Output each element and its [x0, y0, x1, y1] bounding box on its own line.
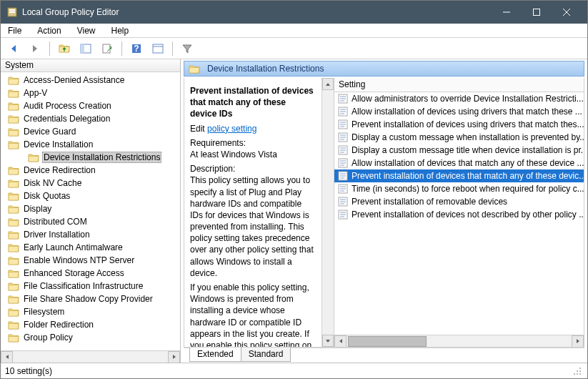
tree-item[interactable]: Audit Process Creation: [1, 99, 180, 112]
tree-item-label: Credentials Delegation: [22, 114, 111, 124]
tree-item-label: Device Guard: [22, 127, 77, 137]
setting-icon: [337, 119, 349, 130]
status-bar: 10 setting(s): [1, 363, 587, 378]
tree-header: System: [1, 59, 180, 72]
tree-item[interactable]: App-V: [1, 87, 180, 99]
setting-icon: [337, 170, 349, 182]
forward-button[interactable]: [26, 40, 44, 57]
scroll-left-icon[interactable]: [334, 335, 347, 348]
tree-item[interactable]: Enable Windows NTP Server: [1, 254, 180, 267]
tree-item[interactable]: Disk Quotas: [1, 190, 180, 202]
scrollbar-thumb[interactable]: [348, 336, 427, 347]
detail-pane: Device Installation Restrictions Prevent…: [181, 59, 587, 363]
tab-extended[interactable]: Extended: [189, 348, 241, 362]
folder-icon: [8, 75, 19, 85]
menu-help[interactable]: Help: [109, 25, 132, 36]
settings-list-body[interactable]: Allow administrators to override Device …: [334, 92, 584, 335]
setting-item[interactable]: Prevent installation of devices not desc…: [334, 208, 584, 221]
tree-item[interactable]: Device Installation: [1, 138, 180, 151]
setting-item[interactable]: Allow installation of devices using driv…: [334, 105, 584, 118]
scroll-left-icon[interactable]: [1, 351, 13, 363]
tree-item[interactable]: Enhanced Storage Access: [1, 267, 180, 280]
tree-item[interactable]: Device Installation Restrictions: [1, 151, 180, 164]
setting-item[interactable]: Display a custom message title when devi…: [334, 144, 584, 157]
tree-item[interactable]: Folder Redirection: [1, 318, 180, 331]
export-button[interactable]: [99, 40, 116, 57]
tree-item[interactable]: Device Redirection: [1, 164, 180, 177]
setting-label: Display a custom message title when devi…: [352, 145, 584, 155]
tree-item[interactable]: Credentials Delegation: [1, 112, 180, 125]
minimize-button[interactable]: [492, 1, 522, 24]
tree-item[interactable]: Distributed COM: [1, 215, 180, 228]
svg-rect-16: [153, 44, 163, 53]
back-button[interactable]: [5, 40, 22, 57]
tree-item-label: Enable Windows NTP Server: [22, 255, 136, 265]
tree-item[interactable]: Driver Installation: [1, 228, 180, 241]
folder-icon: [8, 101, 19, 111]
show-hide-tree-button[interactable]: [77, 40, 94, 57]
setting-label: Allow administrators to override Device …: [352, 94, 584, 104]
svg-point-23: [579, 373, 581, 375]
tree-item-label: Distributed COM: [22, 217, 89, 227]
folder-icon: [8, 165, 19, 175]
setting-label: Display a custom message when installati…: [352, 132, 584, 142]
setting-item[interactable]: Prevent installation of devices that mat…: [334, 169, 584, 182]
scroll-up-icon[interactable]: [322, 78, 334, 90]
tree-item[interactable]: File Share Shadow Copy Provider: [1, 292, 180, 305]
settings-horizontal-scrollbar[interactable]: [334, 335, 584, 347]
tree-item[interactable]: File Classification Infrastructure: [1, 280, 180, 292]
properties-button[interactable]: [149, 40, 166, 57]
setting-item[interactable]: Display a custom message when installati…: [334, 131, 584, 144]
close-button[interactable]: [552, 1, 582, 24]
svg-point-20: [579, 370, 581, 372]
setting-item[interactable]: Allow administrators to override Device …: [334, 92, 584, 105]
setting-item[interactable]: Prevent installation of removable device…: [334, 195, 584, 208]
up-button[interactable]: [56, 40, 73, 57]
tree-item[interactable]: Device Guard: [1, 125, 180, 138]
tree-item[interactable]: Filesystem: [1, 305, 180, 318]
setting-label: Time (in seconds) to force reboot when r…: [352, 184, 584, 194]
menu-view[interactable]: View: [74, 25, 99, 36]
scroll-right-icon[interactable]: [572, 335, 584, 348]
maximize-button[interactable]: [522, 1, 552, 24]
menu-action[interactable]: Action: [34, 25, 64, 36]
folder-icon: [8, 294, 19, 304]
setting-icon: [337, 144, 349, 156]
svg-rect-12: [81, 44, 84, 53]
svg-point-21: [574, 373, 575, 375]
svg-line-10: [563, 9, 570, 16]
resize-grip-icon[interactable]: [572, 365, 583, 377]
svg-text:?: ?: [134, 44, 139, 54]
policy-setting-link[interactable]: policy setting: [207, 124, 256, 134]
tree-item[interactable]: Early Launch Antimalware: [1, 241, 180, 254]
folder-icon: [189, 64, 200, 74]
tree-item[interactable]: Display: [1, 202, 180, 215]
folder-icon: [8, 242, 19, 252]
tree-item-label: File Share Shadow Copy Provider: [22, 294, 154, 304]
description-text-1: This policy setting allows you to specif…: [190, 175, 314, 278]
scroll-right-icon[interactable]: [168, 351, 180, 363]
tree-item[interactable]: Disk NV Cache: [1, 177, 180, 190]
menu-file[interactable]: File: [5, 25, 24, 36]
help-button[interactable]: ?: [128, 40, 145, 57]
scroll-down-icon[interactable]: [322, 335, 334, 347]
tree-item[interactable]: Group Policy: [1, 331, 180, 344]
tab-standard[interactable]: Standard: [241, 348, 291, 362]
tree-item-label: Driver Installation: [22, 230, 91, 240]
settings-column-header[interactable]: Setting: [334, 78, 584, 92]
setting-item[interactable]: Allow installation of devices that match…: [334, 157, 584, 169]
tree-item-label: Access-Denied Assistance: [22, 75, 126, 85]
setting-item[interactable]: Prevent installation of devices using dr…: [334, 118, 584, 131]
tree-item-label: Group Policy: [22, 333, 74, 343]
setting-label: Allow installation of devices that match…: [352, 158, 584, 168]
tree-item-label: File Classification Infrastructure: [22, 281, 144, 291]
description-vertical-scrollbar[interactable]: [322, 78, 334, 347]
tree-item-label: App-V: [22, 88, 49, 98]
tree-body[interactable]: Access-Denied AssistanceApp-VAudit Proce…: [1, 72, 180, 350]
tree-horizontal-scrollbar[interactable]: [1, 350, 180, 363]
setting-item[interactable]: Time (in seconds) to force reboot when r…: [334, 182, 584, 195]
tree-item[interactable]: Access-Denied Assistance: [1, 74, 180, 87]
requirements-text: At least Windows Vista: [190, 149, 277, 159]
setting-label: Prevent installation of devices that mat…: [352, 171, 584, 181]
filter-button[interactable]: [179, 40, 196, 57]
